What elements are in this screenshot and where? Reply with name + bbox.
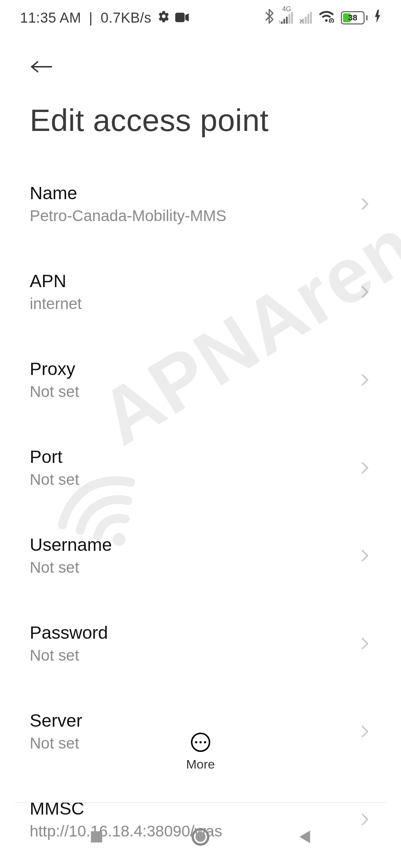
svg-rect-1	[175, 13, 185, 22]
row-value: Not set	[30, 471, 79, 489]
more-icon	[191, 733, 210, 752]
status-separator: |	[85, 10, 97, 26]
row-value: Petro-Canada-Mobility-MMS	[30, 207, 226, 225]
apn-row-username[interactable]: UsernameNot set	[30, 523, 371, 597]
row-label: Name	[30, 183, 226, 203]
row-value: Not set	[30, 647, 108, 664]
apn-row-port[interactable]: PortNot set	[30, 435, 371, 509]
more-button[interactable]: More	[186, 733, 215, 772]
video-icon	[175, 10, 189, 26]
nav-home-button[interactable]	[189, 826, 212, 848]
nav-bar	[0, 806, 401, 868]
row-label: Server	[30, 710, 82, 731]
row-value: Not set	[30, 734, 82, 752]
svg-point-6	[195, 832, 205, 842]
row-label: Proxy	[30, 359, 79, 379]
signal-1-icon: 4G ↑↓	[281, 12, 293, 24]
row-label: Username	[30, 535, 112, 555]
row-value: Not set	[30, 559, 112, 576]
status-bar: 11:35 AM | 0.7KB/s 4G ↑↓ ✕ 38	[0, 0, 401, 36]
nav-recent-button[interactable]	[85, 826, 108, 848]
bottom-divider	[15, 802, 386, 803]
more-label: More	[186, 757, 215, 772]
chevron-right-icon	[359, 461, 371, 474]
chevron-right-icon	[359, 198, 371, 210]
row-value: internet	[30, 295, 82, 313]
apn-row-name[interactable]: NamePetro-Canada-Mobility-MMS	[30, 172, 371, 246]
chevron-right-icon	[359, 637, 371, 650]
row-label: Port	[30, 447, 79, 467]
nav-back-button[interactable]	[293, 826, 316, 848]
status-speed: 0.7KB/s	[101, 10, 151, 26]
chevron-right-icon	[359, 725, 371, 738]
gear-icon	[157, 10, 170, 26]
row-label: APN	[30, 271, 82, 291]
back-button[interactable]	[30, 55, 53, 79]
chevron-right-icon	[359, 286, 371, 298]
svg-rect-4	[91, 831, 102, 842]
apn-row-password[interactable]: PasswordNot set	[30, 611, 371, 685]
chevron-right-icon	[359, 374, 371, 386]
page-title: Edit access point	[30, 102, 371, 138]
status-time: 11:35 AM	[20, 10, 81, 26]
battery-icon: 38	[341, 11, 368, 24]
apn-row-apn[interactable]: APNinternet	[30, 260, 371, 333]
wifi-icon	[319, 10, 334, 26]
bluetooth-icon	[264, 9, 274, 27]
signal-2-icon: ✕	[300, 12, 312, 24]
row-label: Password	[30, 622, 108, 643]
chevron-right-icon	[359, 549, 371, 562]
row-value: Not set	[30, 383, 79, 401]
charging-icon	[374, 10, 381, 26]
apn-row-proxy[interactable]: ProxyNot set	[30, 348, 371, 421]
